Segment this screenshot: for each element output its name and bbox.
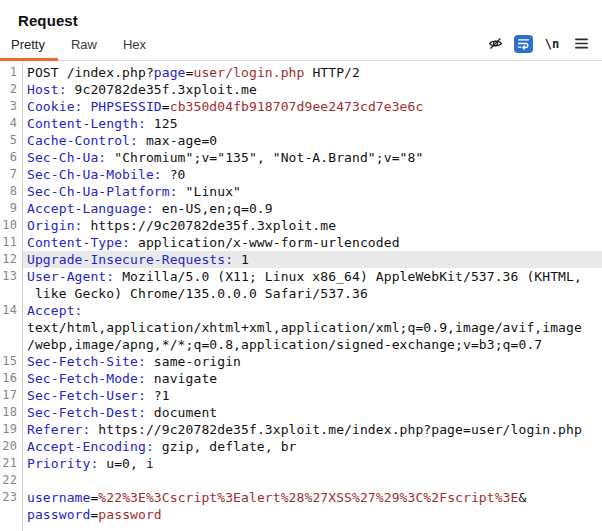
code-row[interactable]: like Gecko) Chrome/135.0.0.0 Safari/537.… [0, 285, 602, 302]
code-line-text: Sec-Fetch-Mode: navigate [22, 370, 602, 387]
tab-hex[interactable]: Hex [110, 32, 159, 61]
line-number: 6 [0, 149, 22, 166]
tab-pretty[interactable]: Pretty [0, 32, 58, 61]
line-number [0, 506, 22, 523]
code-line-text: Cache-Control: max-age=0 [22, 132, 602, 149]
line-number: 5 [0, 132, 22, 149]
code-row[interactable]: password=password [0, 506, 602, 523]
code-line-text: Upgrade-Insecure-Requests: 1 [22, 251, 602, 268]
line-number [0, 319, 22, 336]
request-editor[interactable]: 1POST /index.php?page=user/login.php HTT… [0, 61, 602, 523]
tab-list: PrettyRawHex [0, 32, 159, 61]
newline-chars-button[interactable]: \n [542, 34, 562, 54]
code-row[interactable]: 9Accept-Language: en-US,en;q=0.9 [0, 200, 602, 217]
line-number: 9 [0, 200, 22, 217]
code-row[interactable]: 16Sec-Fetch-Mode: navigate [0, 370, 602, 387]
code-line-text: POST /index.php?page=user/login.php HTTP… [22, 64, 602, 81]
code-row[interactable]: 3Cookie: PHPSESSID=cb350d04fb918707d9ee2… [0, 98, 602, 115]
panel-title: Request [0, 0, 602, 32]
line-number: 11 [0, 234, 22, 251]
code-row[interactable]: 5Cache-Control: max-age=0 [0, 132, 602, 149]
code-line-text: Sec-Fetch-Dest: document [22, 404, 602, 421]
line-number: 15 [0, 353, 22, 370]
code-line-text: Accept-Encoding: gzip, deflate, br [22, 438, 602, 455]
line-number: 10 [0, 217, 22, 234]
line-number: 23 [0, 489, 22, 506]
eye-off-button[interactable] [485, 34, 505, 54]
line-number: 13 [0, 268, 22, 285]
line-number: 14 [0, 302, 22, 319]
code-row[interactable]: 2Host: 9c20782de35f.3xploit.me [0, 81, 602, 98]
code-line-text: text/html,application/xhtml+xml,applicat… [22, 319, 602, 336]
line-number: 3 [0, 98, 22, 115]
code-line-text: like Gecko) Chrome/135.0.0.0 Safari/537.… [22, 285, 602, 302]
code-row[interactable]: 10Origin: https://9c20782de35f.3xploit.m… [0, 217, 602, 234]
code-line-text: Sec-Ch-Ua: "Chromium";v="135", "Not-A.Br… [22, 149, 602, 166]
line-number: 18 [0, 404, 22, 421]
code-line-text: username=%22%3E%3Cscript%3Ealert%28%27XS… [22, 489, 602, 506]
line-number: 16 [0, 370, 22, 387]
line-number: 2 [0, 81, 22, 98]
code-line-text: Cookie: PHPSESSID=cb350d04fb918707d9ee24… [22, 98, 602, 115]
code-line-text: Content-Length: 125 [22, 115, 602, 132]
code-row[interactable]: 23username=%22%3E%3Cscript%3Ealert%28%27… [0, 489, 602, 506]
line-number: 7 [0, 166, 22, 183]
word-wrap-button[interactable] [514, 35, 533, 53]
code-line-text: Priority: u=0, i [22, 455, 602, 472]
menu-icon [574, 37, 589, 50]
code-row[interactable]: text/html,application/xhtml+xml,applicat… [0, 319, 602, 336]
code-row[interactable]: 8Sec-Ch-Ua-Platform: "Linux" [0, 183, 602, 200]
tab-bar: PrettyRawHex \n [0, 32, 602, 61]
code-row[interactable]: 15Sec-Fetch-Site: same-origin [0, 353, 602, 370]
code-row[interactable]: 21Priority: u=0, i [0, 455, 602, 472]
code-line-text: Accept: [22, 302, 602, 319]
tab-raw[interactable]: Raw [58, 32, 110, 61]
line-number: 20 [0, 438, 22, 455]
code-row[interactable]: 18Sec-Fetch-Dest: document [0, 404, 602, 421]
line-number [0, 285, 22, 302]
code-line-text: Origin: https://9c20782de35f.3xploit.me [22, 217, 602, 234]
line-number: 4 [0, 115, 22, 132]
line-number: 19 [0, 421, 22, 438]
code-line-text: Sec-Fetch-Site: same-origin [22, 353, 602, 370]
newline-icon: \n [545, 37, 559, 51]
code-line-text: password=password [22, 506, 602, 523]
code-line-text: Sec-Ch-Ua-Platform: "Linux" [22, 183, 602, 200]
code-row[interactable]: 19Referer: https://9c20782de35f.3xploit.… [0, 421, 602, 438]
code-row[interactable]: 20Accept-Encoding: gzip, deflate, br [0, 438, 602, 455]
line-number: 12 [0, 251, 22, 268]
code-line-text [22, 472, 602, 489]
code-line-text: Sec-Ch-Ua-Mobile: ?0 [22, 166, 602, 183]
line-number: 22 [0, 472, 22, 489]
line-number: 17 [0, 387, 22, 404]
code-line-text: Content-Type: application/x-www-form-url… [22, 234, 602, 251]
word-wrap-icon [517, 37, 530, 50]
code-line-text: Referer: https://9c20782de35f.3xploit.me… [22, 421, 602, 438]
code-line-text: Accept-Language: en-US,en;q=0.9 [22, 200, 602, 217]
code-row[interactable]: 22 [0, 472, 602, 489]
request-panel: Request PrettyRawHex \n [0, 0, 602, 523]
code-row[interactable]: 17Sec-Fetch-User: ?1 [0, 387, 602, 404]
code-line-text: Host: 9c20782de35f.3xploit.me [22, 81, 602, 98]
code-row[interactable]: 14Accept: [0, 302, 602, 319]
code-line-text: /webp,image/apng,*/*;q=0.8,application/s… [22, 336, 602, 353]
code-row[interactable]: /webp,image/apng,*/*;q=0.8,application/s… [0, 336, 602, 353]
code-line-text: User-Agent: Mozilla/5.0 (X11; Linux x86_… [22, 268, 602, 285]
line-number: 8 [0, 183, 22, 200]
code-line-text: Sec-Fetch-User: ?1 [22, 387, 602, 404]
code-row[interactable]: 13User-Agent: Mozilla/5.0 (X11; Linux x8… [0, 268, 602, 285]
code-row[interactable]: 4Content-Length: 125 [0, 115, 602, 132]
code-row[interactable]: 6Sec-Ch-Ua: "Chromium";v="135", "Not-A.B… [0, 149, 602, 166]
line-number: 21 [0, 455, 22, 472]
eye-off-icon [487, 35, 504, 52]
menu-button[interactable] [571, 34, 591, 54]
line-number [0, 336, 22, 353]
code-row[interactable]: 11Content-Type: application/x-www-form-u… [0, 234, 602, 251]
code-row[interactable]: 1POST /index.php?page=user/login.php HTT… [0, 64, 602, 81]
line-number: 1 [0, 64, 22, 81]
editor-toolbar: \n [485, 32, 602, 61]
code-row[interactable]: 12Upgrade-Insecure-Requests: 1 [0, 251, 602, 268]
code-row[interactable]: 7Sec-Ch-Ua-Mobile: ?0 [0, 166, 602, 183]
